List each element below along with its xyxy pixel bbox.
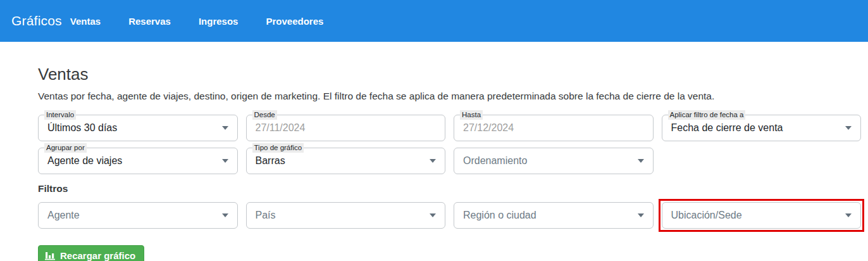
chart-filter-form: Intervalo Últimos 30 días Desde 27/11/20… bbox=[38, 115, 861, 261]
navbar: Gráficos Ventas Reservas Ingresos Provee… bbox=[0, 0, 868, 42]
agrupar-por-value: Agente de viajes bbox=[47, 155, 217, 167]
tipo-grafico-field-wrap: Tipo de gráfico Barras bbox=[246, 148, 446, 174]
tipo-grafico-value: Barras bbox=[256, 155, 425, 167]
filtros-heading: Filtros bbox=[38, 183, 861, 194]
pais-placeholder: País bbox=[256, 210, 425, 221]
intervalo-label: Intervalo bbox=[44, 110, 76, 120]
desde-field-wrap: Desde 27/11/2024 bbox=[246, 115, 446, 141]
aplicar-filtro-label: Aplicar filtro de fecha a bbox=[668, 110, 746, 120]
intervalo-select[interactable]: Intervalo Últimos 30 días bbox=[38, 115, 238, 141]
chevron-down-icon bbox=[638, 213, 644, 217]
chevron-down-icon bbox=[430, 213, 436, 217]
desde-label: Desde bbox=[252, 110, 277, 120]
brand-graficos[interactable]: Gráficos bbox=[11, 13, 62, 29]
form-row-1: Intervalo Últimos 30 días Desde 27/11/20… bbox=[38, 115, 861, 141]
agrupar-por-field-wrap: Agrupar por Agente de viajes bbox=[38, 148, 238, 174]
chevron-down-icon bbox=[222, 126, 228, 130]
nav-item-ventas[interactable]: Ventas bbox=[70, 16, 101, 27]
aplicar-filtro-value: Fecha de cierre de venta bbox=[671, 122, 841, 134]
tipo-grafico-label: Tipo de gráfico bbox=[252, 143, 304, 153]
ordenamiento-select[interactable]: Ordenamiento bbox=[454, 148, 654, 174]
nav-items: Ventas Reservas Ingresos Proveedores bbox=[70, 16, 324, 27]
ordenamiento-placeholder: Ordenamiento bbox=[463, 155, 633, 167]
bar-chart-icon bbox=[45, 250, 56, 261]
chevron-down-icon bbox=[845, 126, 852, 130]
main-content: Ventas Ventas por fecha, agente de viaje… bbox=[0, 42, 868, 261]
ordenamiento-field-wrap: Ordenamiento bbox=[454, 148, 654, 174]
region-ciudad-select[interactable]: Región o ciudad bbox=[454, 202, 654, 229]
nav-item-reservas[interactable]: Reservas bbox=[128, 16, 171, 27]
aplicar-filtro-field-wrap: Aplicar filtro de fecha a Fecha de cierr… bbox=[662, 115, 862, 141]
nav-item-proveedores[interactable]: Proveedores bbox=[266, 16, 323, 27]
desde-value: 27/11/2024 bbox=[256, 122, 437, 134]
chevron-down-icon bbox=[222, 159, 228, 163]
tipo-grafico-select[interactable]: Tipo de gráfico Barras bbox=[246, 148, 446, 174]
agente-field-wrap: Agente bbox=[38, 202, 238, 229]
desde-date-input[interactable]: Desde 27/11/2024 bbox=[246, 115, 446, 141]
page-description: Ventas por fecha, agente de viajes, dest… bbox=[38, 91, 861, 102]
form-row-2: Agrupar por Agente de viajes Tipo de grá… bbox=[38, 148, 861, 174]
hasta-date-input[interactable]: Hasta 27/12/2024 bbox=[454, 115, 654, 141]
ubicacion-sede-placeholder: Ubicación/Sede bbox=[671, 210, 841, 221]
intervalo-value: Últimos 30 días bbox=[47, 122, 217, 134]
region-field-wrap: Región o ciudad bbox=[454, 202, 654, 229]
chevron-down-icon bbox=[222, 213, 228, 217]
recargar-grafico-label: Recargar gráfico bbox=[60, 250, 135, 261]
form-row-filters: Agente País Región o ciudad Ubicación/Se… bbox=[38, 202, 861, 229]
page-title: Ventas bbox=[38, 65, 861, 84]
hasta-field-wrap: Hasta 27/12/2024 bbox=[454, 115, 654, 141]
region-ciudad-placeholder: Región o ciudad bbox=[463, 210, 633, 221]
agrupar-por-label: Agrupar por bbox=[44, 143, 87, 153]
ubicacion-sede-select[interactable]: Ubicación/Sede bbox=[662, 202, 862, 229]
chevron-down-icon bbox=[430, 159, 436, 163]
chevron-down-icon bbox=[845, 213, 852, 217]
hasta-value: 27/12/2024 bbox=[463, 122, 644, 134]
agente-select[interactable]: Agente bbox=[38, 202, 238, 229]
empty-cell bbox=[662, 148, 862, 174]
agrupar-por-select[interactable]: Agrupar por Agente de viajes bbox=[38, 148, 238, 174]
pais-field-wrap: País bbox=[246, 202, 446, 229]
intervalo-field-wrap: Intervalo Últimos 30 días bbox=[38, 115, 238, 141]
ubicacion-field-wrap: Ubicación/Sede bbox=[662, 202, 862, 229]
pais-select[interactable]: País bbox=[246, 202, 446, 229]
agente-placeholder: Agente bbox=[47, 210, 217, 221]
nav-item-ingresos[interactable]: Ingresos bbox=[199, 16, 239, 27]
recargar-grafico-button[interactable]: Recargar gráfico bbox=[38, 245, 144, 261]
aplicar-filtro-select[interactable]: Aplicar filtro de fecha a Fecha de cierr… bbox=[662, 115, 862, 141]
hasta-label: Hasta bbox=[460, 110, 483, 120]
chevron-down-icon bbox=[638, 159, 644, 163]
